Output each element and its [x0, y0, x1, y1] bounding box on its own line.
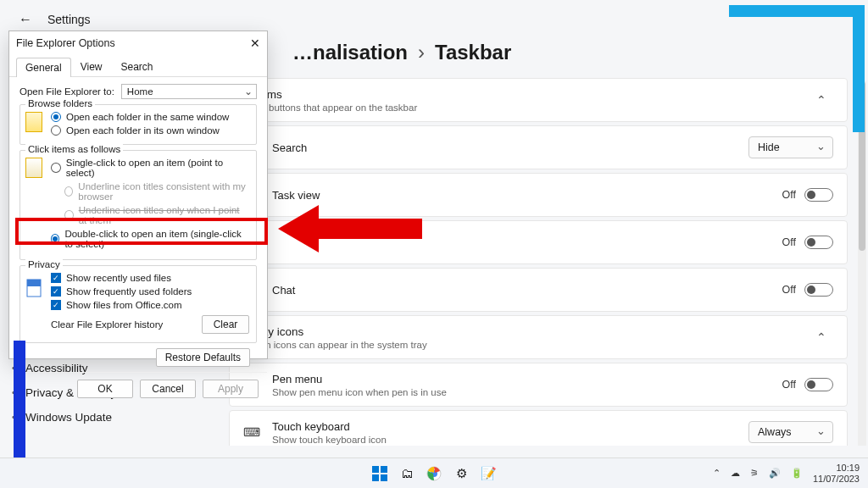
combo-value: Home	[127, 86, 153, 97]
breadcrumb-separator: ›	[418, 41, 425, 64]
keyboard-icon: ⌨	[243, 424, 260, 441]
taskbar: 🗂 ⚙ 📝 ⌃ ☁ ⚞ 🔊 🔋 10:19 11/07/2023	[0, 458, 868, 488]
select-value: Hide	[758, 141, 780, 153]
section-subtitle: …hich icons can appear in the system tra…	[243, 340, 810, 350]
sidebar-item-update[interactable]: Windows Update	[2, 405, 154, 430]
search-select[interactable]: Hide	[748, 136, 833, 158]
radio-own-window[interactable]	[51, 125, 61, 136]
browse-folders-group: Browse folders Open each folder in the s…	[19, 104, 257, 145]
clock[interactable]: 10:19 11/07/2023	[813, 463, 860, 483]
chk-label: Show recently used files	[66, 273, 171, 283]
group-label: Browse folders	[25, 98, 95, 108]
row-label: Chat	[272, 284, 782, 297]
close-button[interactable]: ✕	[849, 3, 858, 16]
apply-button[interactable]: Apply	[203, 380, 259, 398]
clock-time: 10:19	[813, 463, 860, 473]
breadcrumb: …nalisation › Taskbar	[292, 41, 511, 64]
toggle-state: Off	[782, 284, 796, 296]
radio-label: Underline icon titles consistent with my…	[78, 181, 249, 202]
row-search: ⌕ Search Hide	[229, 125, 848, 169]
annotation-arrow	[278, 195, 431, 263]
chat-toggle[interactable]	[804, 283, 833, 297]
row-sublabel: Show pen menu icon when pen is in use	[272, 387, 782, 397]
radio-underline-point	[64, 210, 74, 220]
toggle-state: Off	[782, 189, 796, 201]
chk-office-files[interactable]: ✓	[51, 300, 61, 310]
open-to-combo[interactable]: Home	[121, 84, 257, 99]
clear-button[interactable]: Clear	[202, 315, 249, 334]
svg-marker-2	[278, 205, 422, 252]
row-penmenu: ✎ Pen menu Show pen menu icon when pen i…	[229, 363, 848, 407]
chrome-icon[interactable]	[425, 464, 443, 483]
restore-defaults-button[interactable]: Restore Defaults	[156, 348, 250, 367]
radio-underline-browser	[64, 186, 73, 197]
minimize-button[interactable]: —	[793, 3, 804, 16]
radio-double-click[interactable]	[51, 234, 59, 244]
chk-label: Show frequently used folders	[66, 286, 192, 297]
chk-label: Show files from Office.com	[66, 300, 182, 310]
explorer-icon[interactable]: 🗂	[398, 464, 416, 483]
svg-rect-5	[372, 474, 379, 481]
penmenu-toggle[interactable]	[804, 378, 833, 391]
open-to-label: Open File Explorer to:	[19, 86, 114, 97]
row-sublabel: Show touch keyboard icon	[272, 435, 748, 445]
section-tray-icons[interactable]: …tray icons …hich icons can appear in th…	[229, 315, 848, 359]
toggle-state: Off	[782, 379, 796, 391]
radio-same-window[interactable]	[51, 112, 61, 122]
clock-date: 11/07/2023	[813, 474, 860, 484]
sidebar-item-label: Windows Update	[25, 411, 112, 424]
row-label: Pen menu	[272, 373, 782, 385]
wifi-icon[interactable]: ⚞	[750, 468, 759, 479]
row-label: Search	[272, 141, 748, 154]
cancel-button[interactable]: Cancel	[140, 380, 196, 398]
chevron-up-icon: ⌃	[810, 93, 833, 107]
chk-recent-files[interactable]: ✓	[51, 273, 61, 283]
start-icon[interactable]	[370, 464, 389, 483]
breadcrumb-current: Taskbar	[435, 41, 511, 64]
maximize-button[interactable]: ▢	[821, 3, 832, 16]
svg-rect-6	[381, 474, 387, 481]
chevron-up-icon: ⌃	[810, 330, 833, 344]
radio-label: Underline icon titles only when I point …	[79, 205, 249, 225]
ok-button[interactable]: OK	[77, 380, 133, 398]
battery-icon[interactable]: 🔋	[791, 468, 803, 479]
section-subtitle: …ide buttons that appear on the taskbar	[243, 103, 810, 113]
section-title: …items	[243, 88, 810, 101]
radio-label: Open each folder in the same window	[66, 112, 229, 122]
file-explorer-options-dialog: File Explorer Options ✕ General View Sea…	[8, 30, 268, 359]
notepad-icon[interactable]: 📝	[479, 464, 498, 483]
taskview-toggle[interactable]	[804, 188, 833, 202]
privacy-icon	[25, 278, 42, 298]
cursor-icon	[25, 158, 42, 178]
group-label: Click items as follows	[25, 144, 123, 154]
app-title: Settings	[47, 13, 91, 26]
volume-icon[interactable]: 🔊	[769, 468, 781, 479]
clear-history-label: Clear File Explorer history	[51, 319, 163, 330]
widgets-toggle[interactable]	[804, 236, 833, 249]
radio-label: Single-click to open an item (point to s…	[66, 158, 249, 178]
privacy-group: Privacy ✓Show recently used files ✓Show …	[19, 265, 257, 343]
dialog-close-icon[interactable]: ✕	[250, 36, 260, 50]
section-taskbar-items[interactable]: …items …ide buttons that appear on the t…	[229, 78, 848, 122]
radio-label: Double-click to open an item (single-cli…	[64, 229, 249, 249]
svg-rect-3	[372, 466, 379, 473]
touchkb-select[interactable]: Always	[748, 421, 833, 443]
svg-rect-1	[27, 280, 41, 286]
chk-freq-folders[interactable]: ✓	[51, 286, 61, 297]
svg-rect-4	[381, 466, 387, 473]
breadcrumb-parent[interactable]: …nalisation	[292, 41, 408, 64]
tab-search[interactable]: Search	[112, 57, 163, 76]
onedrive-icon[interactable]: ☁	[731, 468, 740, 479]
row-touchkb: ⌨ Touch keyboard Show touch keyboard ico…	[229, 410, 848, 446]
tray-chevron-icon[interactable]: ⌃	[713, 468, 721, 479]
tab-view[interactable]: View	[71, 57, 112, 76]
back-button[interactable]: ←	[19, 12, 32, 27]
folder-icon	[25, 112, 42, 132]
scrollbar[interactable]	[858, 81, 866, 446]
toggle-state: Off	[782, 236, 796, 248]
section-title: …tray icons	[243, 325, 810, 338]
tab-general[interactable]: General	[16, 58, 71, 77]
group-label: Privacy	[25, 259, 63, 269]
radio-single-click[interactable]	[51, 163, 61, 173]
settings-icon[interactable]: ⚙	[452, 464, 470, 483]
